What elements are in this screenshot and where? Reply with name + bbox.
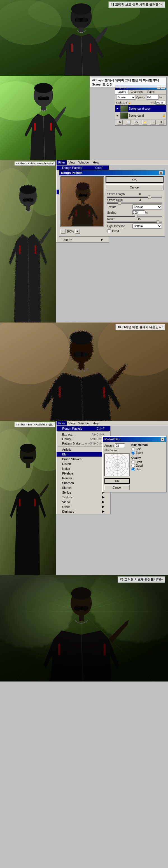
scaling-input[interactable] — [132, 210, 145, 215]
rough-pastels-title: Rough Pastels — [61, 171, 82, 175]
radial-buttons: OK Cancel — [104, 478, 130, 490]
eye-icon-copy[interactable]: 👁 — [116, 106, 120, 111]
quality-section: Quality Draft Good Best — [131, 456, 147, 471]
svg-rect-21 — [41, 106, 46, 111]
filter-other-5[interactable]: Other▶ — [57, 504, 110, 509]
step-2-badge: #2 Layer창에서 레이어 그래 한장 더 복사한 후에 Screen로 설… — [90, 77, 167, 88]
relief-track[interactable] — [107, 222, 162, 223]
stroke-detail-thumb[interactable] — [118, 202, 121, 205]
svg-rect-12 — [90, 43, 91, 52]
svg-rect-33 — [26, 206, 30, 211]
photo-1 — [0, 0, 168, 76]
ctrl-scaling-slider — [107, 216, 162, 217]
blur-center-preview[interactable] — [104, 454, 130, 476]
best-radio[interactable] — [131, 467, 135, 471]
tab-channels[interactable]: Channels — [129, 90, 145, 94]
svg-rect-63 — [19, 499, 21, 506]
person-svg-2 — [0, 76, 90, 160]
stroke-length-thumb[interactable] — [148, 195, 151, 199]
zoom-in-btn[interactable]: + — [75, 229, 80, 234]
radial-cancel-btn[interactable]: Cancel — [104, 485, 130, 490]
layer-fx-btn[interactable]: fx — [117, 120, 123, 125]
svg-rect-60 — [23, 457, 33, 459]
amount-input[interactable] — [115, 443, 125, 448]
filter-video-5[interactable]: Video▶ — [57, 499, 110, 504]
menu-window-5[interactable]: Window — [77, 421, 91, 426]
lock-all-icon[interactable]: 🔒 — [128, 101, 131, 104]
svg-rect-11 — [71, 43, 73, 52]
rough-pastels-close[interactable]: × — [159, 171, 163, 175]
radial-blur-close[interactable]: × — [161, 437, 164, 441]
stroke-length-track[interactable] — [107, 196, 162, 198]
ctrl-stroke-detail: Stroke Detail 4 — [107, 198, 162, 202]
menu-help[interactable]: Help — [91, 160, 101, 165]
layer-adj-btn[interactable]: ◑ — [134, 120, 139, 125]
step-6-badge: #6 그러면 기쁘게 완성됩니다!~ — [117, 576, 166, 583]
filter-texture-5[interactable]: Texture▶ — [57, 495, 110, 499]
invert-checkbox[interactable] — [107, 229, 111, 233]
radial-ok-btn[interactable]: OK — [104, 478, 130, 484]
draft-radio[interactable] — [131, 460, 135, 464]
texture-select[interactable]: Canvas Brick Burlap Sandstone — [132, 205, 162, 210]
scaling-thumb[interactable] — [135, 215, 137, 218]
method-spin: Spin — [131, 447, 147, 451]
radial-blur-title: Radial Blur — [104, 437, 121, 441]
menu-help-5[interactable]: Help — [91, 421, 101, 426]
eye-icon-bg[interactable]: 👁 — [116, 114, 120, 118]
svg-rect-39 — [79, 194, 87, 196]
section-1: #1 프레임 보고 싶은 사진을 불러들다! — [0, 0, 168, 76]
svg-point-18 — [39, 96, 43, 100]
menu-view-5[interactable]: View — [67, 421, 77, 426]
spin-radio[interactable] — [131, 447, 135, 451]
photo-area-2 — [0, 76, 90, 160]
svg-rect-42 — [76, 210, 77, 216]
layer-row-bg[interactable]: 👁 Background 🔒 — [115, 112, 166, 119]
stroke-detail-track[interactable] — [107, 203, 162, 204]
zoom-radio[interactable] — [131, 451, 135, 455]
layer-delete-btn[interactable]: 🗑 — [159, 120, 164, 125]
light-direction-select[interactable]: Bottom Bottom Left Bottom Right Left Rig… — [132, 223, 162, 228]
svg-point-19 — [45, 96, 49, 100]
layer-new-btn[interactable]: + — [150, 120, 156, 125]
filter-menu-bar-5: Filter View Window Help — [56, 421, 168, 426]
good-radio[interactable] — [131, 464, 135, 467]
tab-layers[interactable]: Layers — [115, 90, 129, 94]
relief-fill — [107, 222, 157, 223]
blend-mode-select[interactable]: Screen — [116, 95, 136, 99]
amount-row: Amount — [104, 443, 130, 448]
radial-left: Amount Blur Center — [104, 443, 130, 490]
svg-point-31 — [29, 198, 33, 202]
opacity-input[interactable] — [146, 95, 159, 99]
zoom-out-btn[interactable]: - — [61, 229, 66, 234]
rough-pastels-cancel-btn[interactable]: Cancel — [106, 184, 164, 190]
blur-method-title: Blur Method — [131, 443, 147, 446]
filter-digimarc-5[interactable]: Digimarc▶ — [57, 509, 110, 514]
photo-4-svg — [0, 322, 168, 421]
svg-rect-110 — [0, 575, 168, 682]
menu-view[interactable]: View — [67, 160, 77, 165]
radial-right: Blur Method Spin Zoom Quality — [131, 443, 147, 490]
layer-name-bg: Background — [129, 114, 144, 117]
fill-label: Fill: — [151, 101, 155, 104]
lock-pixels-icon[interactable]: ☐ — [123, 101, 125, 104]
menu-filter-5[interactable]: Filter — [57, 421, 67, 426]
filter-recent-5[interactable]: Rough Pastels Ctrl+F — [57, 426, 110, 431]
menu-window[interactable]: Window — [77, 160, 91, 165]
layers-blend-controls: Screen Opacity: % — [115, 94, 166, 100]
menu-filter[interactable]: Filter — [57, 160, 67, 165]
step-1-badge: #1 프레임 보고 싶은 사진을 불러들다! — [108, 1, 165, 8]
filter-texture[interactable]: Texture ▶ — [57, 237, 109, 242]
person-svg-3 — [0, 160, 56, 322]
lock-move-icon[interactable]: ✛ — [126, 101, 127, 104]
layer-row-copy[interactable]: 👁 Background copy — [115, 105, 166, 112]
blur-method-section: Blur Method Spin Zoom — [131, 443, 147, 455]
layer-mask-btn[interactable]: ⬜ — [126, 120, 131, 125]
filter-recent-item[interactable]: Rough Pastels Ctrl+F — [57, 165, 109, 170]
filter-menu-bar: Filter View Window Help — [56, 160, 168, 165]
rough-pastels-ok-btn[interactable]: OK — [106, 177, 164, 183]
scaling-track[interactable] — [107, 216, 162, 217]
fill-input[interactable] — [156, 101, 165, 104]
relief-thumb[interactable] — [157, 220, 159, 224]
tab-paths[interactable]: Paths — [145, 90, 157, 94]
layer-folder-btn[interactable]: 📁 — [142, 120, 147, 125]
